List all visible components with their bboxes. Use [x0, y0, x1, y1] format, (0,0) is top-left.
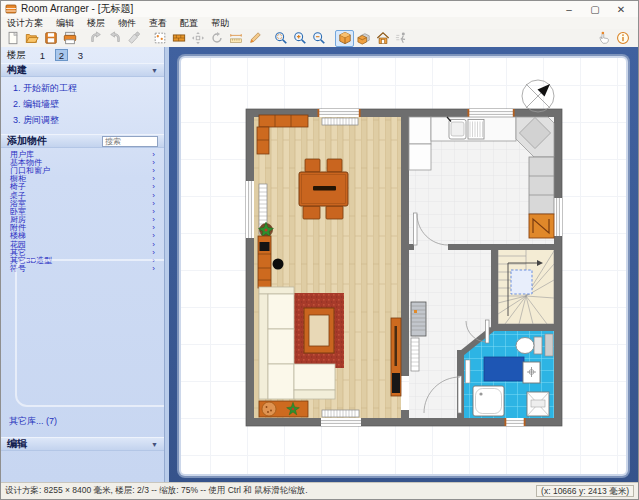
window[interactable]: [246, 181, 254, 238]
menu-item[interactable]: 设计方案: [7, 17, 43, 30]
transform-icon: [191, 31, 205, 45]
add-objects-title: 添加物件: [7, 134, 47, 148]
oven[interactable]: [529, 214, 554, 238]
panel-outline: [15, 259, 165, 407]
minimize-button[interactable]: –: [556, 2, 582, 17]
menu-item[interactable]: 配置: [180, 17, 198, 30]
menu-item[interactable]: 楼层: [87, 17, 105, 30]
search-input[interactable]: [102, 136, 158, 147]
plan-select-button[interactable]: [150, 30, 169, 47]
undo-button[interactable]: [86, 30, 105, 47]
save-icon: [44, 31, 58, 45]
compass-rose[interactable]: [522, 80, 554, 112]
build-step-link[interactable]: 2. 编辑墙壁: [13, 98, 158, 111]
edit-section-header[interactable]: 编辑 ▼: [1, 437, 164, 451]
house-3d-button[interactable]: [373, 30, 392, 47]
coffee-table[interactable]: [304, 308, 334, 353]
format-brush-button[interactable]: [124, 30, 143, 47]
washing-machine[interactable]: [527, 392, 549, 416]
floor-tab-3[interactable]: 3: [74, 49, 87, 61]
kitchen-wall[interactable]: [448, 244, 554, 250]
sidebar: 楼层 123 构建 ▼ 1. 开始新的工程2. 编辑墙壁3. 房间调整 添加物件…: [1, 47, 165, 482]
zoom-in-button[interactable]: [290, 30, 309, 47]
app-icon: [5, 3, 17, 15]
bathroom-heater[interactable]: [466, 360, 471, 383]
redo-button[interactable]: [105, 30, 124, 47]
objects-3d-icon: [357, 31, 371, 45]
open-button[interactable]: [22, 30, 41, 47]
menu-item[interactable]: 物件: [118, 17, 136, 30]
drawing-canvas[interactable]: [169, 47, 638, 482]
kitchen-cabinets[interactable]: [529, 157, 554, 214]
floor-tab-1[interactable]: 1: [36, 49, 49, 61]
collapse-icon[interactable]: ▼: [151, 441, 158, 448]
save-button[interactable]: [41, 30, 60, 47]
window-title: Room Arranger - [无标题]: [21, 2, 133, 16]
floor-tab-2[interactable]: 2: [55, 49, 68, 61]
measure-button[interactable]: [226, 30, 245, 47]
close-button[interactable]: ✕: [608, 2, 634, 17]
menu-item[interactable]: 查看: [149, 17, 167, 30]
print-button[interactable]: [60, 30, 79, 47]
build-step-link[interactable]: 3. 房间调整: [13, 114, 158, 127]
floor-plan[interactable]: [181, 58, 626, 474]
kitchen-counter[interactable]: [431, 117, 516, 141]
staircase[interactable]: [498, 248, 554, 324]
plan-page[interactable]: [181, 58, 626, 474]
object-categories: 用户库›基本物件›门口和窗户›橱柜›椅子›桌子›浴室›卧室›厨房›附件›楼梯›花…: [1, 148, 164, 273]
draw-icon: [248, 31, 262, 45]
pointer-button[interactable]: [594, 30, 613, 47]
collapse-icon[interactable]: ▼: [151, 67, 158, 74]
other-libraries-link[interactable]: 其它库... (7): [9, 415, 57, 428]
window[interactable]: [505, 418, 526, 426]
draw-button[interactable]: [245, 30, 264, 47]
maximize-button[interactable]: ▢: [582, 2, 608, 17]
tv-cabinet[interactable]: [391, 318, 401, 396]
toilet[interactable]: [516, 337, 542, 354]
build-title: 构建: [7, 63, 27, 77]
objects-3d-button[interactable]: [354, 30, 373, 47]
shower-tray[interactable]: [473, 386, 504, 416]
tall-cabinets[interactable]: [409, 117, 431, 170]
window[interactable]: [554, 198, 562, 236]
kitchen-sink[interactable]: [447, 117, 484, 139]
hall-radiator[interactable]: [411, 302, 426, 336]
window[interactable]: [468, 109, 515, 117]
radiator[interactable]: [322, 410, 359, 417]
window[interactable]: [318, 109, 361, 117]
walkthrough-button[interactable]: [392, 30, 411, 47]
menu-item[interactable]: 编辑: [56, 17, 74, 30]
menu-bar: 设计方案编辑楼层物件查看配置帮助: [1, 17, 638, 29]
floor-lamp[interactable]: [273, 259, 284, 270]
zoom-window-button[interactable]: [271, 30, 290, 47]
menu-item[interactable]: 帮助: [211, 17, 229, 30]
undo-icon: [89, 31, 103, 45]
zoom-out-button[interactable]: [309, 30, 328, 47]
stair-bath-wall[interactable]: [491, 324, 554, 331]
hall-radiator[interactable]: [411, 338, 419, 371]
info-button[interactable]: [613, 30, 632, 47]
bath-cabinet[interactable]: [545, 334, 553, 356]
build-section-header[interactable]: 构建 ▼: [1, 63, 164, 77]
window[interactable]: [321, 418, 361, 426]
bathroom-sink[interactable]: [523, 362, 540, 383]
transform-button[interactable]: [188, 30, 207, 47]
bath-mat[interactable]: [484, 357, 524, 381]
toolbar: [1, 29, 638, 47]
stair-wall[interactable]: [491, 248, 498, 331]
cursor-coordinates: (x: 10666 y: 2413 毫米): [536, 485, 634, 497]
new-button[interactable]: [3, 30, 22, 47]
house-3d-icon: [376, 31, 390, 45]
sideboard[interactable]: [259, 401, 308, 417]
rotate-button[interactable]: [207, 30, 226, 47]
zoom-window-icon: [274, 31, 288, 45]
bookshelf[interactable]: [258, 236, 271, 288]
view-3d-button[interactable]: [335, 30, 354, 47]
build-step-link[interactable]: 1. 开始新的工程: [13, 82, 158, 95]
dining-table[interactable]: [299, 172, 348, 206]
wall-button[interactable]: [169, 30, 188, 47]
measure-icon: [229, 31, 243, 45]
interior-wall[interactable]: [401, 109, 409, 376]
bathroom[interactable]: [457, 320, 554, 418]
radiator[interactable]: [322, 118, 358, 125]
